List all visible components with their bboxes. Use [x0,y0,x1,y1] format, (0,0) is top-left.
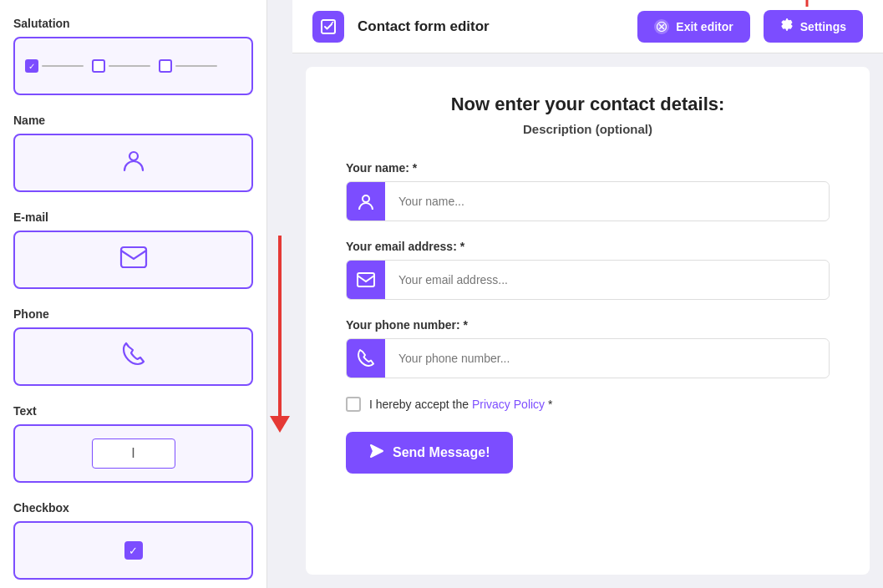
text-input-repr: I [92,438,175,469]
svg-point-0 [129,152,138,160]
form-title: Now enter your contact details: [346,94,830,115]
sidebar-section-text: Text I [13,404,253,483]
sal-checkbox-3 [159,59,172,73]
exit-editor-button[interactable]: Exit editor [637,11,749,43]
form-field-phone: Your phone number: * [346,318,830,378]
text-field-box[interactable]: I [13,424,253,483]
phone-icon [122,342,145,373]
form-field-label-name: Your name: * [346,161,830,175]
form-field-label-email: Your email address: * [346,240,830,253]
cursor-icon: I [131,446,134,461]
form-preview: Now enter your contact details: Descript… [306,67,870,575]
svg-rect-8 [358,273,374,286]
form-input-email[interactable] [385,263,829,297]
form-input-name[interactable] [385,185,829,218]
sal-line-2 [109,65,150,67]
form-input-row-phone[interactable] [346,338,830,378]
privacy-label-post: * [545,398,552,411]
sidebar: Salutation ✓ Name [0,0,267,588]
exit-editor-label: Exit editor [676,20,733,33]
sal-item-3 [159,59,217,73]
envelope-icon [119,246,148,275]
send-icon [369,444,384,462]
form-input-phone[interactable] [385,342,829,375]
privacy-checkbox-row: I hereby accept the Privacy Policy * [346,397,830,412]
form-field-email: Your email address: * [346,240,830,300]
sidebar-section-salutation: Salutation ✓ [13,17,253,95]
sal-item-2 [92,59,150,73]
privacy-checkbox[interactable] [346,397,361,412]
salutation-field-box[interactable]: ✓ [13,37,253,95]
exit-editor-icon [654,19,669,34]
email-field-box[interactable] [13,231,253,289]
settings-label: Settings [800,20,846,33]
sidebar-section-phone: Phone [13,307,253,386]
checkmark-1: ✓ [28,62,35,71]
svg-point-7 [363,195,369,202]
privacy-label-pre: I hereby accept the [369,398,472,411]
sidebar-section-label-text: Text [13,404,253,418]
main-area: Contact form editor Exit editor [292,0,883,588]
sidebar-section-name: Name [13,114,253,192]
scroll-down-arrow [278,236,282,419]
send-message-label: Send Message! [393,445,490,460]
sidebar-section-email: E-mail [13,210,253,289]
sal-checkbox-2 [92,59,105,73]
top-bar-title: Contact form editor [358,18,624,35]
sidebar-section-label-email: E-mail [13,210,253,224]
scroll-down-arrow-container [267,0,292,588]
form-input-row-name[interactable] [346,181,830,221]
svg-rect-1 [121,247,146,267]
settings-arrow [797,0,817,12]
form-input-row-email[interactable] [346,260,830,300]
checkbox-icon: ✓ [124,541,143,560]
sidebar-section-checkbox: Checkbox ✓ [13,501,253,580]
privacy-label: I hereby accept the Privacy Policy * [369,398,552,411]
form-editor-icon [312,11,344,43]
sal-checkbox-1: ✓ [25,59,38,73]
sidebar-section-label-phone: Phone [13,307,253,321]
salutation-row: ✓ [25,59,241,73]
form-field-name: Your name: * [346,161,830,221]
top-bar: Contact form editor Exit editor [292,0,883,53]
sal-line-1 [42,65,84,67]
privacy-policy-link[interactable]: Privacy Policy [472,398,545,411]
settings-button[interactable]: Settings [764,10,863,43]
person-icon [120,147,147,180]
checkbox-checkmark: ✓ [129,545,138,557]
checkbox-field-box[interactable]: ✓ [13,521,253,580]
form-input-icon-phone [347,339,385,378]
form-input-icon-name [347,182,385,220]
send-message-button[interactable]: Send Message! [346,432,513,474]
form-field-label-phone: Your phone number: * [346,318,830,332]
sal-item-1: ✓ [25,59,84,73]
form-description: Description (optional) [346,122,830,136]
phone-field-box[interactable] [13,327,253,386]
sidebar-section-label-name: Name [13,114,253,127]
name-field-box[interactable] [13,134,253,192]
form-input-icon-email [347,261,385,299]
sidebar-section-label-salutation: Salutation [13,17,253,30]
gear-icon [780,18,794,34]
sal-line-3 [175,65,217,67]
sidebar-section-label-checkbox: Checkbox [13,501,253,514]
